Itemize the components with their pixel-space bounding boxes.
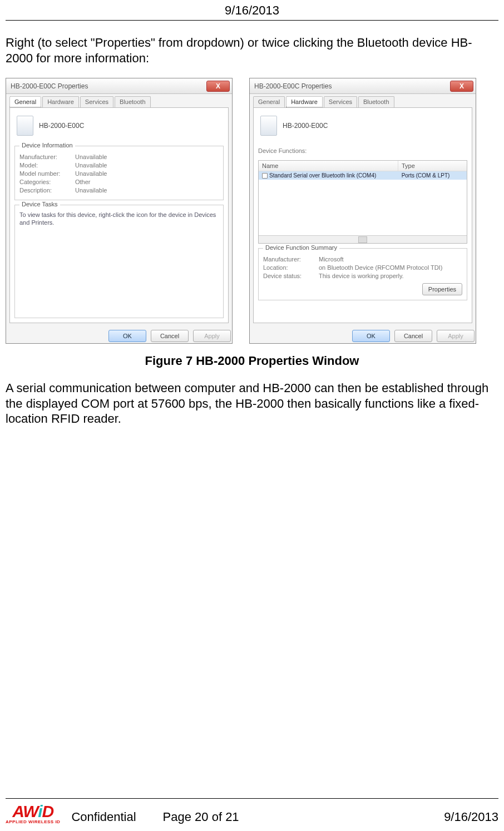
figure-caption: Figure 7 HB-2000 Properties Window (6, 354, 498, 368)
cancel-button[interactable]: Cancel (151, 330, 189, 342)
port-icon (262, 173, 268, 179)
tab-strip: General Hardware Services Bluetooth (250, 94, 476, 107)
tab-content: HB-2000-E00C Device Functions: Name Type… (253, 107, 472, 323)
group-title: Device Tasks (19, 201, 60, 207)
intro-paragraph: Right (to select "Properties" from dropd… (6, 35, 498, 66)
value-manufacturer: Unavailable (75, 154, 107, 160)
dialog-button-row: OK Cancel Apply (250, 327, 476, 343)
tab-hardware[interactable]: Hardware (42, 96, 79, 107)
tab-strip: General Hardware Services Bluetooth (6, 94, 232, 107)
device-name: HB-2000-E00C (39, 122, 84, 130)
column-type[interactable]: Type (398, 161, 467, 171)
tab-hardware[interactable]: Hardware (286, 96, 323, 107)
properties-dialog-general: HB-2000-E00C Properties X General Hardwa… (6, 78, 233, 344)
properties-dialog-hardware: HB-2000-E00C Properties X General Hardwa… (249, 78, 476, 344)
value-model: Unavailable (75, 162, 107, 169)
awid-logo: AWiD APPLIED WIRELESS ID (6, 803, 60, 824)
label-manufacturer: Manufacturer: (19, 154, 75, 160)
titlebar: HB-2000-E00C Properties X (250, 78, 476, 94)
label-description: Description: (19, 187, 75, 194)
value-categories: Other (75, 179, 91, 185)
label-manufacturer: Manufacturer: (263, 256, 319, 263)
close-button[interactable]: X (206, 81, 230, 92)
tab-content: HB-2000-E00C Device Information Manufact… (9, 107, 229, 323)
device-information-group: Device Information Manufacturer:Unavaila… (14, 146, 224, 200)
body-paragraph: A serial communication between computer … (6, 380, 498, 427)
window-title: HB-2000-E00C Properties (254, 82, 332, 90)
device-name: HB-2000-E00C (283, 122, 328, 130)
tab-general[interactable]: General (253, 96, 285, 107)
tab-bluetooth[interactable]: Bluetooth (115, 96, 150, 107)
horizontal-scrollbar[interactable] (259, 235, 467, 243)
page-footer: AWiD APPLIED WIRELESS ID Confidential Pa… (6, 798, 498, 824)
tab-bluetooth[interactable]: Bluetooth (358, 96, 394, 107)
label-location: Location: (263, 264, 319, 271)
device-functions-label: Device Functions: (258, 147, 307, 154)
device-function-summary-group: Device Function Summary Manufacturer:Mic… (258, 248, 467, 300)
tab-services[interactable]: Services (80, 96, 113, 107)
tab-services[interactable]: Services (324, 96, 357, 107)
label-model-number: Model number: (19, 170, 75, 177)
window-title: HB-2000-E00C Properties (11, 82, 88, 90)
properties-button[interactable]: Properties (422, 283, 462, 295)
list-item-name: Standard Serial over Bluetooth link (COM… (269, 172, 376, 179)
value-model-number: Unavailable (75, 170, 107, 177)
dialog-button-row: OK Cancel Apply (6, 327, 232, 343)
ok-button[interactable]: OK (108, 330, 146, 342)
close-button[interactable]: X (450, 81, 473, 92)
device-icon (260, 116, 277, 136)
column-name[interactable]: Name (259, 161, 398, 171)
label-model: Model: (19, 162, 75, 169)
group-title: Device Function Summary (263, 244, 339, 251)
device-functions-list[interactable]: Name Type Standard Serial over Bluetooth… (258, 160, 467, 244)
footer-page-number: Page 20 of 21 (163, 810, 239, 824)
figures-row: HB-2000-E00C Properties X General Hardwa… (6, 78, 498, 344)
tab-general[interactable]: General (9, 96, 41, 107)
group-title: Device Information (19, 142, 75, 149)
device-icon (17, 116, 33, 136)
titlebar: HB-2000-E00C Properties X (6, 78, 232, 94)
value-manufacturer: Microsoft (319, 256, 344, 263)
label-categories: Categories: (19, 179, 75, 185)
logo-subtitle: APPLIED WIRELESS ID (6, 820, 60, 824)
footer-confidential: Confidential (71, 810, 136, 824)
page-header-date: 9/16/2013 (6, 0, 498, 21)
apply-button[interactable]: Apply (193, 330, 231, 342)
list-item-type: Ports (COM & LPT) (398, 171, 467, 180)
footer-date: 9/16/2013 (444, 810, 498, 824)
cancel-button[interactable]: Cancel (394, 330, 432, 342)
tasks-text: To view tasks for this device, right-cli… (19, 211, 219, 227)
label-device-status: Device status: (263, 273, 319, 279)
value-device-status: This device is working properly. (319, 273, 404, 279)
apply-button[interactable]: Apply (437, 330, 475, 342)
device-tasks-group: Device Tasks To view tasks for this devi… (14, 205, 224, 318)
value-description: Unavailable (75, 187, 107, 194)
list-item[interactable]: Standard Serial over Bluetooth link (COM… (259, 171, 467, 180)
ok-button[interactable]: OK (352, 330, 390, 342)
value-location: on Bluetooth Device (RFCOMM Protocol TDI… (319, 264, 442, 271)
